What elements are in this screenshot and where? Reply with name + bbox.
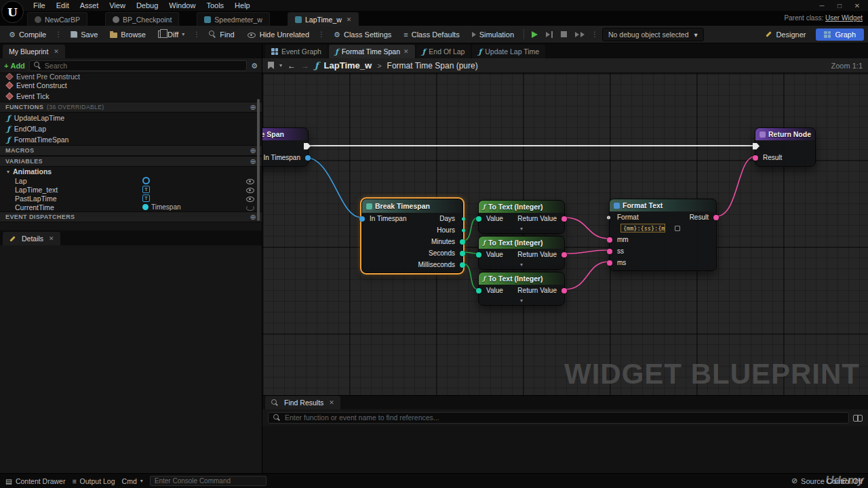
- value-pin[interactable]: [476, 252, 481, 258]
- node-to-text-2[interactable]: ƒ To Text (Integer) Value Return Value ▾: [478, 236, 565, 270]
- graph-button[interactable]: Graph: [816, 28, 864, 41]
- milliseconds-pin[interactable]: [460, 262, 465, 268]
- exec-pin[interactable]: [753, 143, 760, 150]
- chevron-down-icon[interactable]: ▾: [279, 62, 282, 68]
- back-arrow-icon[interactable]: ←: [288, 61, 296, 70]
- menu-debug[interactable]: Debug: [132, 1, 163, 10]
- node-header[interactable]: ƒ To Text (Integer): [479, 272, 564, 285]
- add-dispatcher-icon[interactable]: ⊕: [250, 213, 256, 222]
- menu-window[interactable]: Window: [164, 1, 200, 10]
- tab-event-graph[interactable]: Event Graph: [265, 45, 328, 58]
- function-formattimespan-item[interactable]: ƒ FormatTimeSpan: [0, 134, 262, 145]
- unreal-logo[interactable]: U: [1, 1, 24, 23]
- blueprint-search[interactable]: [29, 60, 247, 71]
- details-tab[interactable]: Details ✕: [3, 232, 60, 245]
- functions-section-header[interactable]: FUNCTIONS (36 OVERRIDABLE) ⊕: [0, 102, 262, 113]
- my-blueprint-tab[interactable]: My Blueprint ✕: [3, 45, 65, 58]
- event-dispatchers-section-header[interactable]: EVENT DISPATCHERS ⊕: [0, 211, 262, 222]
- find-references-input[interactable]: [285, 413, 844, 422]
- asset-tab-bp-checkpoint[interactable]: BP_Checkpoint: [105, 12, 179, 26]
- mm-pin[interactable]: [607, 237, 612, 243]
- cmd-dropdown[interactable]: Cmd ▾: [122, 477, 143, 485]
- in-timespan-pin[interactable]: [359, 216, 365, 222]
- tab-update-lap-time[interactable]: ƒ Update Lap Time: [472, 45, 545, 58]
- play-options-icon[interactable]: ⋮: [590, 30, 599, 38]
- forward-arrow-icon[interactable]: →: [301, 61, 309, 70]
- graph-canvas[interactable]: Time Span In Timespan Break Timespan: [262, 73, 868, 473]
- compile-options-icon[interactable]: ⋮: [54, 30, 63, 38]
- asset-tab-laptime[interactable]: LapTime_w ✕: [288, 12, 359, 26]
- event-tick-item[interactable]: Event Tick: [0, 91, 262, 102]
- node-header[interactable]: Return Node: [755, 128, 815, 140]
- step-button[interactable]: [543, 31, 555, 38]
- return-value-pin[interactable]: [561, 252, 567, 258]
- breadcrumb-root[interactable]: LapTime_w: [324, 60, 372, 70]
- binoculars-icon[interactable]: [853, 414, 863, 421]
- console-command-input[interactable]: [155, 477, 262, 485]
- exec-pin[interactable]: [304, 143, 311, 150]
- visibility-eye-icon[interactable]: [245, 195, 255, 203]
- close-icon[interactable]: ✕: [849, 2, 865, 9]
- close-tab-icon[interactable]: ✕: [347, 16, 352, 23]
- output-log-button[interactable]: ≡ Output Log: [72, 477, 115, 485]
- diff-button[interactable]: Diff ▾: [153, 28, 189, 41]
- content-drawer-button[interactable]: ▤ Content Drawer: [5, 477, 65, 485]
- timespan-pin[interactable]: [305, 155, 311, 161]
- close-tab-icon[interactable]: ✕: [403, 48, 409, 55]
- add-button[interactable]: + Add: [4, 62, 25, 70]
- node-function-entry[interactable]: Time Span In Timespan: [262, 127, 309, 167]
- node-to-text-1[interactable]: ƒ To Text (Integer) Value Return Value ▾: [478, 200, 565, 234]
- format-pin[interactable]: [607, 216, 610, 219]
- event-pre-construct-item[interactable]: Event Pre Construct: [0, 73, 262, 80]
- play-button[interactable]: [529, 31, 540, 38]
- macros-section-header[interactable]: MACROS ⊕: [0, 145, 262, 156]
- node-format-text[interactable]: Format Text Format Result {mm}:{ss}:{ms}: [609, 199, 717, 271]
- menu-help[interactable]: Help: [230, 1, 255, 10]
- add-macro-icon[interactable]: ⊕: [250, 146, 256, 155]
- compile-button[interactable]: ⚙ Compile: [4, 28, 51, 41]
- asset-tab-speedmeter[interactable]: Speedmeter_w: [197, 12, 270, 26]
- minimize-icon[interactable]: ─: [814, 2, 830, 9]
- advanced-pins-chevron[interactable]: ▾: [479, 296, 564, 305]
- menu-edit[interactable]: Edit: [52, 1, 74, 10]
- hours-pin[interactable]: [462, 228, 465, 232]
- console-command-box[interactable]: [150, 476, 267, 486]
- visibility-eye-icon[interactable]: [245, 177, 255, 185]
- return-value-pin[interactable]: [561, 288, 567, 293]
- localization-icon[interactable]: [675, 226, 680, 231]
- find-button[interactable]: Find: [204, 28, 239, 41]
- designer-button[interactable]: Designer: [760, 28, 810, 41]
- node-header[interactable]: ƒ To Text (Integer): [479, 237, 564, 249]
- find-results-tab[interactable]: Find Results ✕: [265, 396, 340, 409]
- days-pin[interactable]: [462, 217, 465, 220]
- class-defaults-button[interactable]: ≡ Class Defaults: [399, 28, 464, 41]
- sidebar-scrollbar[interactable]: [257, 99, 260, 221]
- tab-format-time-span[interactable]: ƒ Format Time Span ✕: [329, 45, 415, 58]
- node-header[interactable]: ƒ To Text (Integer): [479, 201, 564, 213]
- save-button[interactable]: Save: [66, 28, 102, 41]
- browse-button[interactable]: Browse: [105, 28, 151, 41]
- node-break-timespan[interactable]: Break Timespan In Timespan Days Hours Mi…: [361, 199, 463, 273]
- minutes-pin[interactable]: [460, 239, 465, 245]
- menu-view[interactable]: View: [104, 1, 130, 10]
- search-input[interactable]: [45, 62, 242, 70]
- class-settings-button[interactable]: ⚙ Class Settings: [329, 28, 396, 41]
- ss-pin[interactable]: [607, 249, 612, 254]
- stop-button[interactable]: [558, 31, 570, 37]
- frame-skip-button[interactable]: [572, 32, 587, 37]
- variable-pastlaptime[interactable]: PastLapTime T: [0, 194, 262, 203]
- menu-asset[interactable]: Asset: [75, 1, 104, 10]
- variable-laptime-text[interactable]: LapTime_text T: [0, 185, 262, 194]
- node-return[interactable]: Return Node Result: [755, 127, 816, 167]
- return-value-pin[interactable]: [561, 216, 567, 222]
- advanced-pins-chevron[interactable]: ▾: [479, 260, 564, 269]
- close-panel-icon[interactable]: ✕: [54, 48, 59, 55]
- node-to-text-3[interactable]: ƒ To Text (Integer) Value Return Value ▾: [478, 272, 565, 306]
- ms-pin[interactable]: [607, 260, 612, 266]
- node-header[interactable]: Time Span: [262, 128, 308, 140]
- advanced-pins-chevron[interactable]: ▾: [479, 224, 564, 233]
- value-pin[interactable]: [476, 216, 481, 222]
- add-function-icon[interactable]: ⊕: [250, 103, 256, 112]
- debug-object-select[interactable]: No debug object selected ▾: [602, 28, 704, 41]
- variable-lap[interactable]: Lap: [0, 176, 262, 185]
